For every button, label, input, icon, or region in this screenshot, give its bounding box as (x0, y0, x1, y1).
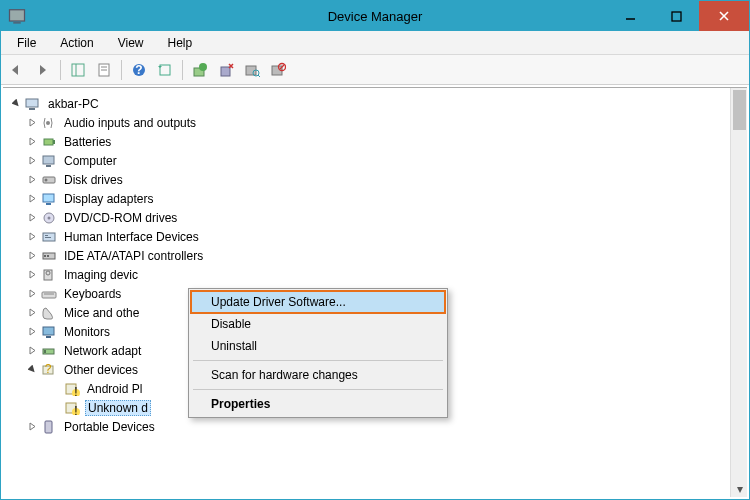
svg-rect-40 (44, 255, 46, 257)
vertical-scrollbar[interactable]: ▴ ▾ (730, 88, 747, 497)
ctx-disable[interactable]: Disable (191, 313, 445, 335)
tree-item-label: Portable Devices (62, 420, 157, 434)
svg-rect-24 (29, 108, 35, 110)
expander-closed-icon[interactable] (25, 154, 39, 168)
category-icon (40, 153, 58, 169)
tree-item-label: Android Pl (85, 382, 144, 396)
menu-help[interactable]: Help (158, 34, 203, 52)
svg-rect-16 (221, 67, 230, 76)
app-icon (7, 6, 27, 26)
computer-icon (24, 96, 42, 112)
tree-category[interactable]: Imaging devic (25, 265, 726, 284)
ctx-update-driver[interactable]: Update Driver Software... (191, 291, 445, 313)
expander-closed-icon[interactable] (25, 287, 39, 301)
svg-text:?: ? (45, 363, 52, 376)
uninstall-toolbar-button[interactable] (214, 58, 238, 82)
svg-text:!: ! (74, 404, 77, 415)
refresh-button[interactable] (153, 58, 177, 82)
category-icon (40, 286, 58, 302)
tree-category[interactable]: Disk drives (25, 170, 726, 189)
context-menu: Update Driver Software... Disable Uninst… (188, 288, 448, 418)
category-icon (40, 305, 58, 321)
close-button[interactable] (699, 1, 749, 31)
tree-item-label: Human Interface Devices (62, 230, 201, 244)
back-button[interactable] (5, 58, 29, 82)
disable-toolbar-button[interactable] (266, 58, 290, 82)
menu-action[interactable]: Action (50, 34, 103, 52)
forward-button[interactable] (31, 58, 55, 82)
expander-closed-icon[interactable] (25, 268, 39, 282)
help-button[interactable]: ? (127, 58, 151, 82)
tree-category-portable-devices[interactable]: Portable Devices (25, 417, 726, 436)
svg-rect-26 (44, 139, 53, 145)
tree-item-label: Audio inputs and outputs (62, 116, 198, 130)
expander-closed-icon[interactable] (25, 135, 39, 149)
show-hide-console-tree-button[interactable] (66, 58, 90, 82)
expander-closed-icon[interactable] (25, 116, 39, 130)
scroll-thumb[interactable] (733, 90, 746, 130)
tree-category[interactable]: Audio inputs and outputs (25, 113, 726, 132)
expander-closed-icon[interactable] (25, 230, 39, 244)
tree-item-label: Monitors (62, 325, 112, 339)
ctx-properties[interactable]: Properties (191, 393, 445, 415)
tree-category[interactable]: Computer (25, 151, 726, 170)
toolbar-separator (121, 60, 122, 80)
svg-rect-46 (43, 327, 54, 335)
svg-point-35 (48, 216, 51, 219)
category-icon (40, 324, 58, 340)
menu-view[interactable]: View (108, 34, 154, 52)
svg-rect-38 (45, 237, 51, 238)
tree-category[interactable]: Human Interface Devices (25, 227, 726, 246)
expander-closed-icon[interactable] (25, 173, 39, 187)
tree-category[interactable]: DVD/CD-ROM drives (25, 208, 726, 227)
svg-rect-49 (44, 350, 46, 353)
svg-point-25 (46, 121, 50, 125)
category-icon (40, 210, 58, 226)
device-manager-window: Device Manager File Action View Help ? (0, 0, 750, 500)
svg-rect-6 (72, 64, 84, 76)
expander-closed-icon[interactable] (25, 325, 39, 339)
expander-closed-icon[interactable] (25, 192, 39, 206)
category-icon (40, 343, 58, 359)
category-icon (40, 115, 58, 131)
tree-item-label: DVD/CD-ROM drives (62, 211, 179, 225)
tree-item-label: Mice and othe (62, 306, 141, 320)
minimize-button[interactable] (607, 1, 653, 31)
svg-point-15 (199, 63, 207, 71)
svg-rect-23 (26, 99, 38, 107)
svg-point-31 (45, 178, 48, 181)
ctx-scan-hardware[interactable]: Scan for hardware changes (191, 364, 445, 386)
expander-closed-icon[interactable] (25, 420, 39, 434)
tree-item-label: Imaging devic (62, 268, 140, 282)
tree-root[interactable]: akbar-PC (7, 94, 726, 113)
tree-category[interactable]: Batteries (25, 132, 726, 151)
window-title: Device Manager (328, 9, 423, 24)
category-icon (40, 134, 58, 150)
tree-item-label: Unknown d (85, 400, 151, 416)
category-icon (40, 172, 58, 188)
properties-button[interactable] (92, 58, 116, 82)
scan-hardware-toolbar-button[interactable] (240, 58, 264, 82)
titlebar[interactable]: Device Manager (1, 1, 749, 31)
expander-open-icon[interactable] (25, 363, 39, 377)
expander-closed-icon[interactable] (25, 344, 39, 358)
expander-closed-icon[interactable] (25, 306, 39, 320)
tree-item-label: Disk drives (62, 173, 125, 187)
tree-category[interactable]: IDE ATA/ATAPI controllers (25, 246, 726, 265)
content-area: akbar-PC Audio inputs and outputsBatteri… (3, 87, 747, 497)
toolbar: ? (1, 55, 749, 85)
update-driver-toolbar-button[interactable] (188, 58, 212, 82)
expander-open-icon[interactable] (9, 97, 23, 111)
tree-item-label: Batteries (62, 135, 113, 149)
svg-rect-1 (13, 22, 21, 23)
menu-file[interactable]: File (7, 34, 46, 52)
ctx-uninstall[interactable]: Uninstall (191, 335, 445, 357)
maximize-button[interactable] (653, 1, 699, 31)
tree-category[interactable]: Display adapters (25, 189, 726, 208)
scroll-down-icon[interactable]: ▾ (731, 480, 747, 497)
expander-closed-icon[interactable] (25, 249, 39, 263)
category-icon (40, 248, 58, 264)
svg-rect-44 (42, 292, 56, 298)
expander-closed-icon[interactable] (25, 211, 39, 225)
other-devices-icon: ? (40, 362, 58, 378)
